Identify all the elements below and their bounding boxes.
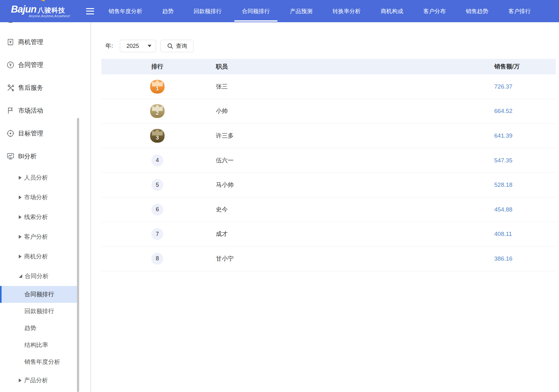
- sidebar-item-label: 市场活动: [18, 106, 43, 115]
- tab-sales-trend[interactable]: 销售趋势: [463, 0, 491, 22]
- table-row[interactable]: 4 伍六一 547.35: [101, 148, 556, 173]
- sales-value-link[interactable]: 547.35: [494, 157, 556, 164]
- chevron-right-icon: [19, 235, 22, 239]
- sidebar-item-target-mgmt[interactable]: 目标管理: [0, 122, 78, 145]
- sales-value-link[interactable]: 454.88: [494, 206, 556, 213]
- employee-name: 许三多: [213, 132, 494, 140]
- sidebar-leaf-label: 合同额排行: [24, 290, 54, 298]
- year-select-value: 2025: [126, 43, 139, 49]
- brand-logo: Bajun八骏科技 Anyone,Anytime,Anywhere!: [9, 0, 77, 22]
- sidebar-subitem-customer-analysis[interactable]: 客户分析: [0, 227, 78, 247]
- query-button[interactable]: 查询: [160, 40, 194, 52]
- table-row[interactable]: 6 史今 454.88: [101, 197, 556, 222]
- year-select[interactable]: 2025: [120, 40, 156, 52]
- tab-sales-annual-analysis[interactable]: 销售年度分析: [105, 0, 145, 22]
- sidebar-subitem-label: 线索分析: [24, 213, 48, 221]
- sales-value-link[interactable]: 408.11: [494, 231, 556, 237]
- sidebar-item-label: 合同管理: [18, 61, 43, 69]
- sidebar-subitem-contract-analysis[interactable]: 合同分析: [0, 266, 78, 286]
- sidebar-item-label: 拜访管理: [18, 22, 43, 23]
- sidebar-subitem-label: 产品分析: [24, 376, 48, 384]
- table-row[interactable]: 1 张三 726.37: [101, 74, 556, 99]
- rank-badge: 5: [151, 179, 163, 191]
- table-row[interactable]: 7 成才 408.11: [101, 222, 556, 247]
- tab-customer-distribution[interactable]: 客户分布: [420, 0, 449, 22]
- tab-contract-ranking[interactable]: 合同额排行: [239, 0, 273, 22]
- hamburger-menu-icon[interactable]: [86, 8, 94, 14]
- sidebar-item-visit-mgmt[interactable]: 拜访管理: [0, 22, 78, 31]
- sidebar-leaf-structure-ratio[interactable]: 结构比率: [0, 337, 78, 354]
- sidebar: 拜访管理 商机管理 合同管理: [0, 22, 91, 392]
- sidebar-item-contract-mgmt[interactable]: 合同管理: [0, 53, 78, 76]
- sidebar-leaf-payment-amount-ranking[interactable]: 回款额排行: [0, 303, 78, 320]
- employee-name: 张三: [213, 83, 494, 91]
- sidebar-subitem-label: 商机分析: [24, 252, 48, 261]
- chevron-right-icon: [19, 215, 22, 219]
- employee-name: 史今: [213, 206, 494, 214]
- sales-value-link[interactable]: 528.18: [494, 181, 556, 188]
- employee-name: 甘小宁: [213, 255, 494, 263]
- sidebar-leaf-label: 趋势: [24, 324, 36, 332]
- tab-opportunity-composition[interactable]: 商机构成: [378, 0, 406, 22]
- column-header-sales: 销售额/万: [494, 63, 556, 71]
- rank-badge: 4: [151, 155, 163, 166]
- tab-trend[interactable]: 趋势: [159, 0, 177, 22]
- chevron-expanded-icon: [19, 274, 22, 278]
- flag-icon: [6, 106, 15, 115]
- sales-value-link[interactable]: 386.16: [494, 255, 556, 262]
- tab-customer-ranking[interactable]: 客户排行: [505, 0, 534, 22]
- table-row[interactable]: 8 甘小宁 386.16: [101, 247, 556, 271]
- brand-name: Bajun: [11, 4, 36, 15]
- filter-bar: 年: 2025 查询: [105, 40, 194, 52]
- sidebar-item-label: BI分析: [18, 152, 37, 160]
- app-window: Bajun八骏科技 Anyone,Anytime,Anywhere! 销售年度分…: [0, 0, 559, 392]
- rank-badge: 7: [151, 228, 163, 240]
- sidebar-item-label: 商机管理: [18, 38, 43, 46]
- phone-icon: [6, 22, 15, 23]
- rank-badge: 6: [151, 204, 163, 216]
- sidebar-leaf-contract-amount-ranking[interactable]: 合同额排行: [0, 286, 78, 303]
- tab-payment-ranking[interactable]: 回款额排行: [191, 0, 225, 22]
- sidebar-subitem-personnel-analysis[interactable]: 人员分析: [0, 168, 78, 187]
- sales-value-link[interactable]: 726.37: [494, 83, 556, 90]
- main-content: 年: 2025 查询 排行 职员 销售额/万 1 张三 726.37: [91, 22, 559, 392]
- chevron-down-icon: [148, 45, 151, 47]
- sales-value-link[interactable]: 641.39: [494, 132, 556, 139]
- sidebar-item-label: 目标管理: [18, 129, 43, 138]
- sidebar-item-aftersales-service[interactable]: 售后服务: [0, 76, 78, 99]
- table-row[interactable]: 5 马小帅 528.18: [101, 173, 556, 197]
- sidebar-item-bi-analysis[interactable]: BI分析: [0, 145, 78, 168]
- brand-tagline: Anyone,Anytime,Anywhere!: [29, 14, 70, 18]
- sidebar-subitem-market-analysis[interactable]: 市场分析: [0, 187, 78, 207]
- sidebar-subitem-label: 市场分析: [24, 193, 48, 201]
- sidebar-item-opportunity-mgmt[interactable]: 商机管理: [0, 31, 78, 53]
- sidebar-item-label: 售后服务: [18, 84, 43, 92]
- sidebar-subitem-opportunity-analysis[interactable]: 商机分析: [0, 247, 78, 266]
- receipt-yen-icon: [6, 38, 15, 46]
- table-header-row: 排行 职员 销售额/万: [101, 59, 556, 74]
- ranking-table: 排行 职员 销售额/万 1 张三 726.37 2 小帅 664.52 3 许三…: [101, 59, 556, 271]
- tab-product-forecast[interactable]: 产品预测: [287, 0, 316, 22]
- bronze-medal-icon: 3: [150, 129, 165, 143]
- gold-medal-icon: 1: [150, 80, 165, 94]
- chevron-right-icon: [19, 379, 22, 382]
- sales-value-link[interactable]: 664.52: [494, 108, 556, 115]
- sidebar-subitem-label: 合同分析: [25, 272, 48, 280]
- sidebar-leaf-trend[interactable]: 趋势: [0, 320, 78, 337]
- sidebar-subitem-label: 人员分析: [24, 174, 48, 182]
- sidebar-item-marketing-activity[interactable]: 市场活动: [0, 99, 78, 122]
- rank-badge: 8: [151, 253, 163, 265]
- sidebar-leaf-label: 结构比率: [24, 341, 48, 349]
- table-row[interactable]: 3 许三多 641.39: [101, 124, 556, 148]
- sidebar-scrollbar[interactable]: [77, 118, 79, 392]
- column-header-employee: 职员: [213, 63, 494, 71]
- column-header-rank: 排行: [101, 63, 213, 71]
- tab-conversion-analysis[interactable]: 转换率分析: [329, 0, 364, 22]
- table-row[interactable]: 2 小帅 664.52: [101, 99, 556, 124]
- sidebar-subitem-product-analysis[interactable]: 产品分析: [0, 370, 78, 390]
- employee-name: 成才: [213, 230, 494, 238]
- sidebar-leaf-sales-annual-analysis[interactable]: 销售年度分析: [0, 354, 78, 370]
- chevron-right-icon: [19, 255, 22, 258]
- target-icon: [6, 129, 15, 138]
- sidebar-subitem-leads-analysis[interactable]: 线索分析: [0, 207, 78, 227]
